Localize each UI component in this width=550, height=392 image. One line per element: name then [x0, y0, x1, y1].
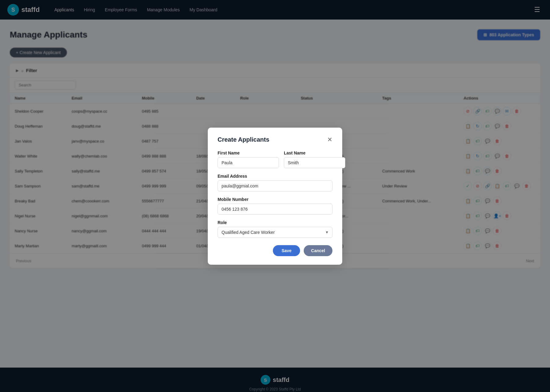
last-name-input[interactable]	[284, 157, 345, 168]
cancel-button[interactable]: Cancel	[304, 245, 332, 256]
first-name-label: First Name	[218, 151, 279, 155]
mobile-input[interactable]	[218, 204, 332, 215]
role-group: Role Qualified Aged Care Worker Traffic …	[218, 220, 332, 238]
modal-overlay: Create Applicants ✕ First Name Last Name…	[0, 0, 550, 392]
first-name-input[interactable]	[218, 157, 279, 168]
create-applicants-modal: Create Applicants ✕ First Name Last Name…	[208, 128, 342, 265]
modal-title: Create Applicants	[218, 136, 269, 143]
modal-close-button[interactable]: ✕	[327, 136, 332, 143]
mobile-group: Mobile Number	[218, 197, 332, 215]
email-group: Email Address	[218, 174, 332, 191]
modal-footer: Save Cancel	[218, 245, 332, 256]
save-button[interactable]: Save	[273, 245, 300, 256]
role-label: Role	[218, 220, 332, 225]
email-input[interactable]	[218, 180, 332, 191]
last-name-group: Last Name	[284, 151, 345, 168]
role-select-wrap: Qualified Aged Care Worker Traffic Contr…	[218, 227, 332, 238]
mobile-label: Mobile Number	[218, 197, 332, 202]
modal-header: Create Applicants ✕	[218, 136, 332, 143]
name-row: First Name Last Name	[218, 151, 332, 168]
role-select[interactable]: Qualified Aged Care Worker Traffic Contr…	[218, 227, 332, 238]
last-name-label: Last Name	[284, 151, 345, 155]
email-label: Email Address	[218, 174, 332, 179]
first-name-group: First Name	[218, 151, 279, 168]
